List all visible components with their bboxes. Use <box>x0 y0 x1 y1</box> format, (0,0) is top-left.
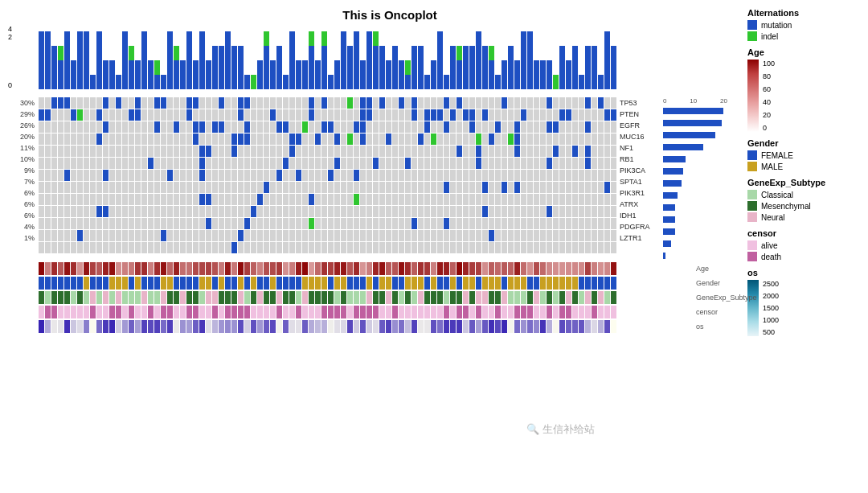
onco-cell <box>437 218 443 229</box>
onco-cell <box>334 158 340 169</box>
age-cell <box>186 262 192 275</box>
geneexp-cell <box>572 291 578 304</box>
onco-cell <box>77 121 83 133</box>
onco-cell <box>450 134 456 145</box>
onco-cell <box>502 170 507 181</box>
horiz-bar-row-MUC16 <box>663 142 739 153</box>
onco-cell <box>225 146 231 157</box>
bar-green-segment <box>405 60 411 75</box>
onco-cell <box>411 206 417 217</box>
age-cell <box>193 262 199 275</box>
onco-cell <box>289 134 295 145</box>
onco-cell <box>592 170 597 181</box>
onco-cell <box>135 109 141 121</box>
onco-cell <box>418 170 424 181</box>
onco-cell <box>604 206 610 217</box>
onco-cell <box>598 194 604 205</box>
os-cell <box>45 320 51 333</box>
os-cell <box>167 320 173 333</box>
age-cell <box>141 262 147 275</box>
onco-cell <box>45 230 51 241</box>
onco-cell <box>444 194 449 205</box>
os-cell <box>309 320 314 333</box>
onco-cell <box>450 109 456 121</box>
onco-cell <box>514 182 520 193</box>
onco-cell <box>64 170 70 181</box>
onco-cell <box>508 146 514 157</box>
censor-cell <box>161 306 166 318</box>
onco-cell <box>161 182 166 193</box>
onco-cell <box>321 146 327 157</box>
geneexp-cell <box>51 291 57 304</box>
onco-cell <box>302 182 308 193</box>
bar-col-2 <box>51 25 57 89</box>
onco-cell <box>225 170 231 181</box>
onco-cell <box>405 194 411 205</box>
onco-cell <box>154 158 160 169</box>
onco-cell <box>502 242 507 253</box>
onco-cell <box>572 109 578 121</box>
onco-cell <box>206 206 211 217</box>
gender-cell <box>598 277 604 290</box>
onco-cell <box>579 170 584 181</box>
onco-cell <box>437 230 443 241</box>
os-cell <box>341 320 346 333</box>
censor-cell <box>84 306 89 318</box>
onco-cell <box>180 182 186 193</box>
onco-cell <box>45 158 51 169</box>
gene-name-PIK3R1: PIK3R1 <box>616 187 663 199</box>
age-cell <box>399 262 404 275</box>
onco-cell <box>180 170 186 181</box>
onco-cell <box>289 242 295 253</box>
onco-cell <box>354 146 359 157</box>
bar-col-36 <box>270 25 276 89</box>
onco-cell <box>437 194 443 205</box>
onco-cell <box>193 97 199 109</box>
onco-cell <box>64 194 70 205</box>
bar-col-81 <box>559 25 565 89</box>
age-cell <box>540 262 546 275</box>
onco-cell <box>373 134 379 145</box>
onco-cell <box>514 194 520 205</box>
onco-cell <box>502 158 507 169</box>
age-cell <box>611 262 616 275</box>
onco-cell <box>103 218 108 229</box>
gene-name-MUC16: MUC16 <box>616 131 663 142</box>
bar-green-segment <box>373 31 379 46</box>
os-cell <box>540 320 546 333</box>
onco-cell <box>161 194 166 205</box>
os-cell <box>386 320 391 333</box>
gene-pct-EGFR: 26% <box>8 120 36 131</box>
gender-cell <box>495 277 501 290</box>
onco-cell <box>289 230 295 241</box>
bar-blue-segment <box>103 60 108 89</box>
onco-cell <box>495 206 501 217</box>
onco-cell <box>437 134 443 145</box>
age-cell <box>559 262 565 275</box>
onco-cell <box>296 230 301 241</box>
onco-cell <box>341 97 346 109</box>
gene-names-column: TP53PTENEGFRMUC16NF1RB1PIK3CASPTA1PIK3R1… <box>616 97 663 262</box>
age-cell <box>315 262 321 275</box>
bar-col-56 <box>399 25 404 89</box>
os-cell <box>598 320 604 333</box>
censor-cell <box>321 306 327 318</box>
onco-cell <box>334 109 340 121</box>
censor-cell <box>309 306 314 318</box>
onco-cell <box>399 134 404 145</box>
onco-cell <box>392 121 398 133</box>
onco-cell <box>437 121 443 133</box>
onco-cell <box>360 230 366 241</box>
bar-blue-segment <box>180 60 186 89</box>
onco-cell <box>71 121 76 133</box>
geneexp-cell <box>469 291 475 304</box>
onco-cell <box>450 170 456 181</box>
onco-cell <box>463 230 469 241</box>
bar-blue-segment <box>167 31 173 89</box>
gene-name-IDH1: IDH1 <box>616 210 663 221</box>
onco-cell <box>129 242 134 253</box>
onco-cell <box>289 146 295 157</box>
os-cell <box>321 320 327 333</box>
onco-cell <box>225 218 231 229</box>
bar-blue-segment <box>469 46 475 89</box>
